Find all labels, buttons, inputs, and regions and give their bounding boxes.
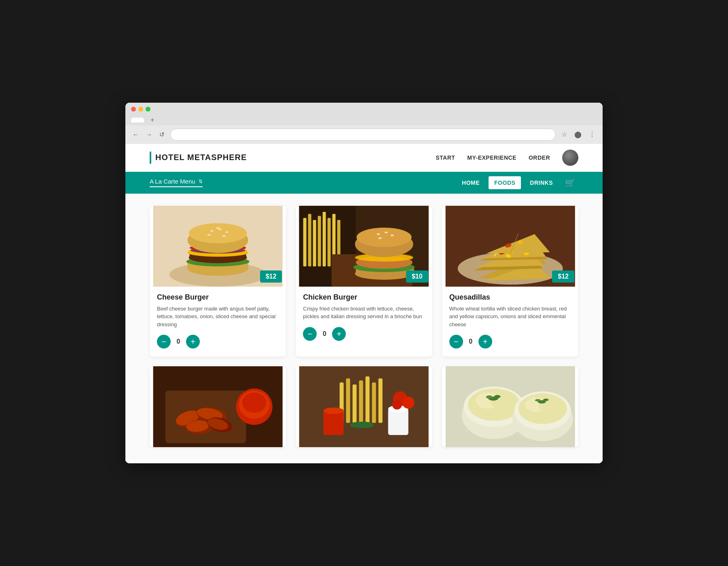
- cart-icon[interactable]: 🛒: [562, 176, 578, 189]
- new-tab-button[interactable]: +: [147, 115, 157, 125]
- nav-my-experience[interactable]: MY-EXPERIENCE: [467, 154, 516, 161]
- brand: HOTEL METASPHERE: [150, 152, 247, 164]
- svg-rect-86: [372, 382, 376, 423]
- food-image-wrapper-2: $10: [296, 206, 432, 287]
- svg-rect-82: [346, 378, 350, 423]
- svg-rect-83: [353, 384, 357, 423]
- food-image-wrapper-5: [296, 366, 432, 447]
- svg-point-112: [543, 399, 548, 401]
- price-badge-2: $10: [406, 270, 428, 283]
- browser-toolbar: ← → ↺ ☆ ⬤ ⋮: [125, 125, 603, 144]
- qty-value-1: 0: [176, 338, 180, 345]
- svg-point-47: [391, 234, 394, 236]
- increment-2[interactable]: +: [332, 327, 346, 341]
- increment-3[interactable]: +: [478, 335, 492, 348]
- svg-point-103: [486, 395, 492, 399]
- brand-name: HOTEL METASPHERE: [155, 153, 247, 162]
- dot-maximize[interactable]: [146, 107, 150, 112]
- food-info-1: Cheese Burger Beef cheese burger made wi…: [150, 287, 286, 357]
- address-bar[interactable]: [170, 129, 556, 141]
- svg-point-19: [207, 234, 211, 236]
- website-content: HOTEL METASPHERE START MY-EXPERIENCE ORD…: [125, 144, 603, 464]
- profile-icon: ⬤: [573, 130, 583, 139]
- food-card-quesadillas: $12 Quesadillas Whole wheat tortilla wit…: [442, 206, 578, 357]
- food-image-potato: [442, 366, 578, 447]
- menu-nav-home[interactable]: HOME: [456, 176, 485, 189]
- svg-point-21: [222, 235, 226, 237]
- svg-point-48: [379, 237, 382, 239]
- quantity-control-3: − 0 +: [449, 335, 571, 348]
- menu-select-wrapper[interactable]: A La Carte Menu ⇅: [150, 178, 203, 187]
- food-desc-1: Beef cheese burger made with angus beef …: [157, 305, 279, 329]
- menu-bar: A La Carte Menu ⇅ HOME FOODS DRINKS 🛒: [125, 172, 603, 194]
- food-name-1: Cheese Burger: [157, 293, 279, 302]
- food-card-fries: [296, 366, 432, 447]
- svg-rect-88: [324, 411, 344, 435]
- food-card-potato: [442, 366, 578, 447]
- svg-rect-30: [328, 218, 331, 266]
- avatar[interactable]: [562, 150, 578, 166]
- svg-point-15: [189, 223, 247, 243]
- svg-rect-85: [366, 376, 370, 423]
- food-desc-2: Crispy fried chicken breast with lettuce…: [303, 305, 425, 321]
- food-info-2: Chicken Burger Crispy fried chicken brea…: [296, 287, 432, 349]
- food-info-3: Quesadillas Whole wheat tortilla with sl…: [442, 287, 578, 357]
- browser-titlebar: +: [125, 103, 603, 125]
- svg-point-93: [402, 397, 415, 409]
- qty-value-2: 0: [322, 330, 326, 338]
- star-icon[interactable]: ☆: [560, 130, 569, 139]
- food-image-wrapper-6: [442, 366, 578, 447]
- svg-rect-25: [303, 218, 307, 266]
- svg-rect-27: [313, 220, 316, 266]
- svg-point-104: [494, 395, 500, 398]
- menu-icon[interactable]: ⋮: [587, 130, 597, 139]
- svg-point-95: [350, 422, 374, 428]
- svg-point-16: [210, 230, 214, 232]
- svg-point-89: [324, 408, 344, 414]
- qty-value-3: 0: [469, 338, 473, 345]
- food-grid: $12 Cheese Burger Beef cheese burger mad…: [150, 206, 578, 448]
- top-nav-links: START MY-EXPERIENCE ORDER: [436, 150, 578, 166]
- food-card-wings: [150, 366, 286, 447]
- quantity-control-1: − 0 +: [157, 335, 279, 348]
- svg-point-71: [242, 393, 267, 413]
- browser-tab[interactable]: [131, 118, 144, 122]
- food-image-fries: [296, 366, 432, 447]
- menu-select-label: A La Carte Menu: [150, 178, 195, 185]
- back-button[interactable]: ←: [131, 130, 140, 139]
- top-nav: HOTEL METASPHERE START MY-EXPERIENCE ORD…: [125, 144, 603, 172]
- svg-rect-84: [359, 380, 363, 423]
- price-badge-3: $12: [552, 270, 574, 283]
- decrement-3[interactable]: −: [449, 335, 463, 348]
- svg-rect-26: [308, 214, 311, 266]
- food-name-2: Chicken Burger: [303, 293, 425, 302]
- dot-close[interactable]: [131, 107, 136, 112]
- avatar-image: [562, 150, 578, 166]
- decrement-2[interactable]: −: [303, 327, 317, 341]
- browser-tabbar: +: [131, 115, 597, 125]
- refresh-button[interactable]: ↺: [158, 130, 166, 139]
- food-image-wrapper-4: [150, 366, 286, 447]
- svg-rect-90: [388, 409, 408, 435]
- food-desc-3: Whole wheat tortilla with sliced chicken…: [449, 305, 571, 329]
- nav-start[interactable]: START: [436, 154, 455, 161]
- increment-1[interactable]: +: [186, 335, 200, 348]
- browser-dots: [131, 107, 597, 112]
- nav-order[interactable]: ORDER: [529, 154, 550, 161]
- decrement-1[interactable]: −: [157, 335, 171, 348]
- svg-point-94: [392, 400, 402, 410]
- menu-nav-foods[interactable]: FOODS: [489, 176, 521, 189]
- food-image-wings: [150, 366, 286, 447]
- svg-rect-28: [318, 216, 321, 266]
- menu-nav-drinks[interactable]: DRINKS: [524, 176, 559, 189]
- food-card-cheese-burger: $12 Cheese Burger Beef cheese burger mad…: [150, 206, 286, 357]
- svg-point-44: [357, 228, 412, 247]
- main-content: $12 Cheese Burger Beef cheese burger mad…: [125, 194, 603, 464]
- food-card-chicken-burger: $10 Chicken Burger Crispy fried chicken …: [296, 206, 432, 357]
- browser-window: + ← → ↺ ☆ ⬤ ⋮ HOTEL METASPHERE START MY-…: [125, 103, 603, 464]
- food-image-wrapper-1: $12: [150, 206, 286, 287]
- svg-point-111: [535, 399, 540, 401]
- svg-point-20: [216, 227, 220, 229]
- dot-minimize[interactable]: [138, 107, 143, 112]
- forward-button[interactable]: →: [144, 130, 154, 139]
